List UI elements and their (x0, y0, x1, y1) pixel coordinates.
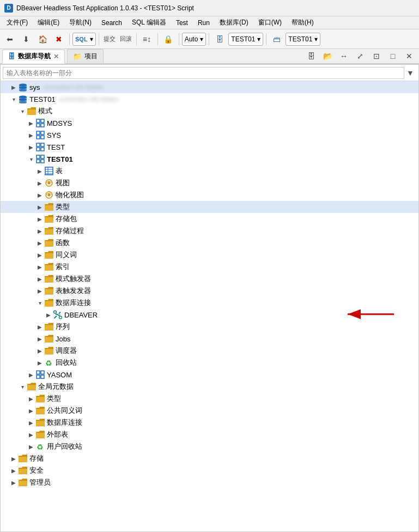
expand-icon-sjklianjie[interactable]: ▾ (35, 298, 44, 307)
expand-icon-chubao[interactable]: ▶ (35, 215, 44, 223)
expand-icon-hanshu[interactable]: ▶ (35, 239, 44, 247)
menu-database[interactable]: 数据库(D) (215, 17, 253, 28)
tree-item-sjklianjie[interactable]: ▾ 数据库连接 (1, 297, 418, 309)
expand-icon-huizhan[interactable]: ▶ (35, 358, 44, 367)
tree-item-anquan[interactable]: ▶ 安全 (1, 464, 418, 476)
tree-item-moshichufa[interactable]: ▶ 模式触发器 (1, 273, 418, 285)
schema-dropdown[interactable]: TEST01 ▾ (286, 33, 320, 46)
expand-icon-sys[interactable]: ▶ (9, 83, 18, 91)
tab-action-btn1[interactable]: 🗄 (303, 48, 319, 64)
tree-item-chubao[interactable]: ▶ 存储包 (1, 213, 418, 225)
toolbar-stop-btn[interactable]: ✖ (51, 32, 66, 47)
filter-btn[interactable]: ▼ (404, 67, 416, 79)
menu-test[interactable]: Test (172, 18, 192, 28)
expand-icon-guanliyuan[interactable]: ▶ (9, 478, 18, 487)
expand-icon-testschema[interactable]: ▶ (27, 143, 35, 151)
expand-icon-jobs[interactable]: ▶ (35, 334, 44, 343)
expand-icon-test01schema[interactable]: ▾ (27, 155, 35, 163)
tree-item-diaodu[interactable]: ▶ 调度器 (1, 345, 418, 357)
toolbar-forward-btn[interactable]: ⬇ (19, 32, 34, 47)
tree-item-sys2[interactable]: ▶ SYS (1, 129, 418, 141)
tree-item-tongyici[interactable]: ▶ 同义词 (1, 249, 418, 261)
expand-icon-wushitu[interactable]: ▶ (35, 191, 44, 199)
tree-item-jobs[interactable]: ▶ Jobs (1, 333, 418, 345)
tree-item-yasom[interactable]: ▶ YASOM (1, 369, 418, 381)
tree-item-cunchu[interactable]: ▶ 存储 (1, 452, 418, 464)
rollback-btn[interactable]: 回滚 (118, 32, 133, 47)
menu-search[interactable]: Search (97, 18, 126, 28)
tree-item-quanju_huizhan[interactable]: ▶ ♻ 用户回收站 (1, 441, 418, 452)
search-input[interactable] (3, 67, 404, 79)
tree-item-leixing[interactable]: ▶ 类型 (1, 201, 418, 213)
menu-help[interactable]: 帮助(H) (287, 17, 318, 28)
tab-project[interactable]: 📁 项目 (67, 49, 104, 63)
lock-btn[interactable]: 🔒 (161, 32, 176, 47)
tree-item-quanju[interactable]: ▾ 全局元数据 (1, 381, 418, 393)
expand-icon-quanju_huizhan[interactable]: ▶ (27, 442, 35, 451)
tree-item-shitu[interactable]: ▶ 视图 (1, 177, 418, 189)
tab-action-btn2[interactable]: 📂 (320, 48, 335, 64)
connection-dropdown[interactable]: TEST01 ▾ (228, 33, 263, 46)
expand-icon-biao[interactable]: ▶ (35, 167, 44, 175)
tree-item-wushitu[interactable]: ▶ 物化视图 (1, 189, 418, 201)
menu-run[interactable]: Run (193, 18, 214, 28)
menu-edit[interactable]: 编辑(E) (33, 17, 64, 28)
tree-item-testschema[interactable]: ▶ TEST (1, 141, 418, 153)
tree-item-test01[interactable]: ▾ TEST01connection info hidden (1, 93, 418, 105)
expand-icon-biaochufa[interactable]: ▶ (35, 286, 44, 295)
tree-item-quanju_leixing[interactable]: ▶ 类型 (1, 393, 418, 405)
expand-icon-tongyici[interactable]: ▶ (35, 250, 44, 259)
expand-icon-test01[interactable]: ▾ (9, 95, 18, 103)
expand-icon-quanju_waibubiao[interactable]: ▶ (27, 430, 35, 439)
expand-icon-mdsys[interactable]: ▶ (27, 119, 35, 127)
db-icon-btn[interactable]: 🗄 (212, 32, 227, 47)
menu-nav[interactable]: 导航(N) (65, 17, 96, 28)
tree-item-quanju_waibubiao[interactable]: ▶ 外部表 (1, 429, 418, 441)
auto-dropdown[interactable]: Auto ▾ (182, 33, 207, 46)
expand-icon-cunchu[interactable]: ▶ (9, 454, 18, 463)
tree-item-huizhan[interactable]: ▶ ♻ 回收站 (1, 357, 418, 369)
tree-item-biaochufa[interactable]: ▶ 表触发发器 (1, 285, 418, 297)
expand-icon-chuchuguocheng[interactable]: ▶ (35, 227, 44, 235)
tree-item-guanliyuan[interactable]: ▶ 管理员 (1, 476, 418, 488)
expand-icon-suoyin[interactable]: ▶ (35, 262, 44, 271)
menu-sql-editor[interactable]: SQL 编辑器 (127, 17, 171, 28)
tree-item-test01schema[interactable]: ▾ TEST01 (1, 153, 418, 165)
tab-action-btn4[interactable]: ⤢ (353, 48, 368, 64)
tab-navigator[interactable]: 🗄 数据库导航 ✕ (2, 50, 65, 64)
expand-icon-yasom[interactable]: ▶ (27, 370, 35, 379)
tree-item-quanju_sjklianjie[interactable]: ▶ 数据库连接 (1, 417, 418, 429)
tree-item-suoyin[interactable]: ▶ 索引 (1, 261, 418, 273)
expand-icon-shitu[interactable]: ▶ (35, 179, 44, 187)
format-btn[interactable]: ≡↕ (139, 32, 155, 47)
expand-icon-quanju_sjklianjie[interactable]: ▶ (27, 418, 35, 427)
expand-icon-xulie[interactable]: ▶ (35, 322, 44, 331)
tree-item-xulie[interactable]: ▶ 序列 (1, 321, 418, 333)
expand-icon-moshi[interactable]: ▾ (18, 107, 27, 115)
expand-icon-moshichufa[interactable]: ▶ (35, 274, 44, 283)
expand-icon-quanju_gongtong[interactable]: ▶ (27, 406, 35, 415)
submit-btn[interactable]: 提交 (102, 32, 117, 47)
tree-item-moshi[interactable]: ▾ 模式 (1, 105, 418, 117)
menu-file[interactable]: 文件(F) (2, 17, 32, 28)
toolbar-back-btn[interactable]: ⬅ (2, 32, 17, 47)
tab-action-btn3[interactable]: ↔ (336, 48, 351, 64)
expand-icon-quanju_leixing[interactable]: ▶ (27, 394, 35, 403)
tab-action-btn6[interactable]: □ (385, 48, 400, 64)
schema-icon-btn[interactable]: 🗃 (269, 32, 284, 47)
tab-navigator-close[interactable]: ✕ (53, 53, 59, 60)
tree-item-dbeaver[interactable]: ▶ DBEAVER (1, 309, 418, 321)
expand-icon-leixing[interactable]: ▶ (35, 203, 44, 211)
expand-icon-diaodu[interactable]: ▶ (35, 346, 44, 355)
tree-item-sys[interactable]: ▶ sysconnection info hidden (1, 81, 418, 93)
expand-icon-sys2[interactable]: ▶ (27, 131, 35, 139)
tree-item-quanju_gongtong[interactable]: ▶ 公共同义词 (1, 405, 418, 417)
expand-icon-anquan[interactable]: ▶ (9, 466, 18, 475)
tree-item-chuchuguocheng[interactable]: ▶ 存储过程 (1, 225, 418, 237)
menu-window[interactable]: 窗口(W) (254, 17, 286, 28)
tab-action-btn5[interactable]: ⊡ (369, 48, 384, 64)
expand-icon-dbeaver[interactable]: ▶ (44, 310, 53, 319)
toolbar-home-btn[interactable]: 🏠 (35, 32, 50, 47)
tab-action-collapse[interactable]: ✕ (402, 48, 417, 64)
sql-dropdown[interactable]: SQL ▾ (72, 33, 96, 46)
